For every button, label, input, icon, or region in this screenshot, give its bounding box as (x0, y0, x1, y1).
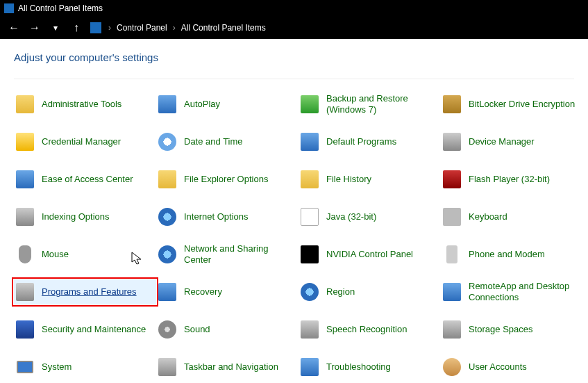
cp-item-java-32-bit[interactable]: Java (32-bit) (299, 204, 441, 229)
mouse-icon (15, 245, 35, 264)
cp-item-label: Keyboard (469, 211, 507, 222)
cp-item-label: File Explorer Options (184, 174, 268, 185)
cp-item-label: BitLocker Drive Encryption (469, 99, 575, 110)
cp-item-troubleshooting[interactable]: Troubleshooting (299, 355, 441, 380)
taskbar-icon (158, 357, 177, 377)
chevron-right-icon: › (108, 23, 111, 33)
cp-item-region[interactable]: Region (299, 279, 441, 304)
cp-item-sound[interactable]: Sound (156, 317, 299, 342)
cp-item-label: Network and Sharing Center (184, 243, 297, 265)
cp-item-label: AutoPlay (184, 99, 220, 110)
cp-item-label: Ease of Access Center (42, 174, 133, 185)
cp-item-file-explorer-options[interactable]: File Explorer Options (156, 167, 299, 192)
cp-item-file-history[interactable]: File History (299, 167, 441, 192)
network-icon (158, 245, 177, 264)
programs-features-icon (15, 282, 35, 302)
cp-item-label: Region (326, 286, 355, 298)
cp-item-keyboard[interactable]: Keyboard (441, 204, 583, 229)
remoteapp-icon (442, 282, 462, 302)
window-title: All Control Panel Items (18, 3, 103, 13)
cp-item-mouse[interactable]: Mouse (14, 242, 156, 267)
crumb-control-panel[interactable]: Control Panel (117, 23, 167, 33)
cp-item-default-programs[interactable]: Default Programs (299, 129, 441, 154)
internet-options-icon (158, 207, 177, 227)
file-explorer-icon (158, 170, 177, 189)
items-grid: Administrative ToolsAutoPlayBackup and R… (14, 92, 574, 383)
cp-item-autoplay[interactable]: AutoPlay (156, 92, 299, 117)
storage-icon (442, 320, 462, 339)
cp-item-user-accounts[interactable]: User Accounts (441, 355, 583, 380)
cp-item-security-and-maintenance[interactable]: Security and Maintenance (14, 317, 156, 342)
cp-item-label: Speech Recognition (326, 324, 407, 335)
up-button[interactable]: ↑ (69, 22, 83, 34)
page-title: Adjust your computer's settings (14, 51, 574, 63)
cp-item-label: Java (32-bit) (326, 211, 376, 222)
cp-item-flash-player-32-bit[interactable]: Flash Player (32-bit) (441, 167, 583, 192)
cp-item-label: Date and Time (184, 136, 243, 147)
autoplay-icon (158, 95, 177, 114)
cp-item-system[interactable]: System (14, 355, 156, 380)
device-manager-icon (442, 132, 462, 152)
java-icon (300, 207, 319, 227)
cp-item-label: Sound (184, 324, 210, 335)
cp-item-speech-recognition[interactable]: Speech Recognition (299, 317, 441, 342)
crumb-all-items[interactable]: All Control Panel Items (181, 23, 266, 33)
cp-item-label: System (42, 361, 72, 373)
cp-item-label: Administrative Tools (42, 99, 121, 110)
cp-item-label: Taskbar and Navigation (184, 361, 278, 373)
recovery-icon (158, 282, 177, 302)
file-history-icon (300, 170, 319, 189)
cp-item-label: Indexing Options (42, 211, 110, 222)
credential-mgr-icon (15, 132, 35, 152)
keyboard-icon (442, 207, 462, 227)
region-icon (300, 282, 319, 302)
divider (14, 79, 574, 79)
cp-item-bitlocker-drive-encryption[interactable]: BitLocker Drive Encryption (441, 92, 583, 117)
user-accounts-icon (442, 357, 462, 377)
cp-item-administrative-tools[interactable]: Administrative Tools (14, 92, 156, 117)
ease-access-icon (15, 170, 35, 189)
address-bar-icon (90, 22, 101, 33)
cp-item-recovery[interactable]: Recovery (156, 279, 299, 304)
cp-item-label: Internet Options (184, 211, 249, 222)
back-button[interactable]: ← (7, 22, 21, 34)
troubleshoot-icon (300, 357, 319, 377)
cp-item-label: Phone and Modem (469, 249, 545, 260)
cp-item-indexing-options[interactable]: Indexing Options (14, 204, 156, 229)
cp-item-label: Recovery (184, 286, 222, 298)
cp-item-label: Security and Maintenance (42, 324, 146, 335)
recent-dropdown[interactable]: ▾ (49, 23, 62, 33)
breadcrumb[interactable]: › Control Panel › All Control Panel Item… (108, 23, 266, 33)
cp-item-label: Backup and Restore (Windows 7) (326, 93, 439, 115)
cp-item-nvidia-control-panel[interactable]: NVIDIA Control Panel (299, 242, 441, 267)
cp-item-label: Flash Player (32-bit) (469, 174, 550, 185)
security-icon (15, 320, 35, 339)
flash-player-icon (442, 170, 462, 189)
cp-item-internet-options[interactable]: Internet Options (156, 204, 299, 229)
titlebar: All Control Panel Items (0, 0, 588, 17)
cp-item-backup-and-restore-windows-7[interactable]: Backup and Restore (Windows 7) (299, 92, 441, 117)
cp-item-taskbar-and-navigation[interactable]: Taskbar and Navigation (156, 355, 299, 380)
cp-item-device-manager[interactable]: Device Manager (441, 129, 583, 154)
nvidia-icon (300, 245, 319, 264)
cp-item-label: Troubleshooting (326, 361, 391, 373)
cp-item-remoteapp-and-desktop-connections[interactable]: RemoteApp and Desktop Connections (441, 279, 583, 304)
cp-item-label: User Accounts (469, 361, 527, 373)
forward-button[interactable]: → (28, 22, 42, 34)
cp-item-date-and-time[interactable]: Date and Time (156, 129, 299, 154)
cp-item-phone-and-modem[interactable]: Phone and Modem (441, 242, 583, 267)
cp-item-credential-manager[interactable]: Credential Manager (14, 129, 156, 154)
phone-modem-icon (442, 245, 462, 264)
default-programs-icon (300, 132, 319, 152)
date-time-icon (158, 132, 177, 152)
bitlocker-icon (442, 95, 462, 114)
chevron-right-icon: › (173, 23, 176, 33)
cp-item-label: NVIDIA Control Panel (326, 249, 413, 260)
cp-item-storage-spaces[interactable]: Storage Spaces (441, 317, 583, 342)
cp-item-programs-and-features[interactable]: Programs and Features (14, 279, 156, 304)
cp-item-label: Credential Manager (42, 136, 121, 147)
admin-tools-icon (15, 95, 35, 114)
cp-item-ease-of-access-center[interactable]: Ease of Access Center (14, 167, 156, 192)
cp-item-network-and-sharing-center[interactable]: Network and Sharing Center (156, 242, 299, 267)
control-panel-icon (4, 3, 14, 13)
